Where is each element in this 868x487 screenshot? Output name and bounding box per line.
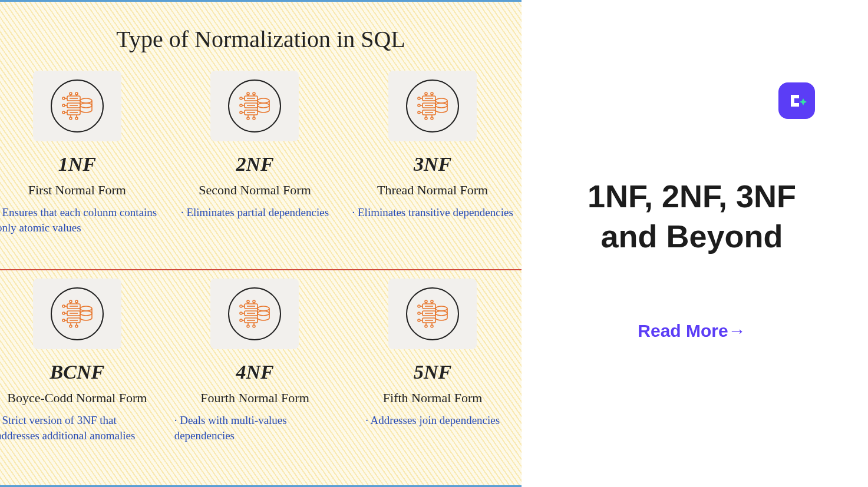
promo-panel: 1NF, 2NF, 3NF and Beyond Read More→ — [522, 0, 868, 487]
svg-point-60 — [431, 92, 433, 95]
svg-point-98 — [240, 312, 242, 314]
db-icon-wrap — [210, 71, 299, 141]
svg-point-122 — [418, 319, 420, 322]
nf-cell-2nf: 2NF Second Normal Form · Eliminates part… — [166, 65, 344, 273]
svg-point-8 — [62, 97, 65, 100]
nf-short-label: 2NF — [236, 153, 273, 175]
nf-long-label: Boyce-Codd Normal Form — [7, 390, 147, 406]
nf-description: · Eliminates partial dependencies — [177, 205, 332, 220]
svg-point-106 — [247, 325, 249, 327]
svg-point-29 — [258, 103, 269, 108]
nf-description: · Eliminates transitive dependencies — [349, 205, 517, 220]
nf-cell-4nf: 4NF Fourth Normal Form · Deals with mult… — [166, 273, 344, 481]
svg-point-116 — [435, 306, 447, 311]
nf-short-label: 4NF — [236, 361, 273, 383]
database-icon — [406, 287, 459, 340]
svg-point-73 — [80, 311, 92, 316]
svg-point-12 — [62, 111, 65, 114]
database-icon — [406, 79, 459, 132]
db-icon-wrap — [388, 279, 477, 349]
nf-long-label: Thread Normal Form — [377, 183, 488, 198]
nf-cell-1nf: 1NF First Normal Form · Ensures that eac… — [0, 65, 166, 273]
svg-point-104 — [253, 300, 255, 303]
svg-point-52 — [418, 97, 420, 100]
nf-cell-3nf: 3NF Thread Normal Form · Eliminates tran… — [344, 65, 522, 273]
nf-short-label: 3NF — [414, 153, 451, 175]
database-icon — [51, 287, 104, 340]
brand-logo-icon — [778, 82, 815, 119]
svg-point-34 — [240, 111, 242, 114]
svg-point-58 — [425, 92, 427, 95]
svg-point-82 — [75, 300, 78, 303]
svg-point-102 — [247, 300, 249, 303]
svg-point-95 — [258, 311, 269, 316]
promo-headline: 1NF, 2NF, 3NF and Beyond — [557, 177, 827, 256]
svg-point-94 — [258, 306, 269, 311]
database-icon — [228, 79, 281, 132]
svg-point-32 — [240, 104, 242, 107]
db-icon-wrap — [388, 71, 477, 141]
svg-point-36 — [247, 92, 249, 95]
nf-long-label: Second Normal Form — [199, 183, 311, 198]
nf-description: · Deals with multi-values dependencies — [171, 413, 339, 443]
svg-point-78 — [62, 319, 65, 322]
nf-long-label: Fourth Normal Form — [200, 390, 309, 406]
read-more-link[interactable]: Read More→ — [557, 321, 827, 341]
svg-point-30 — [240, 97, 242, 100]
svg-point-42 — [253, 117, 255, 120]
svg-point-118 — [418, 305, 420, 307]
svg-point-128 — [425, 325, 427, 327]
svg-point-14 — [70, 92, 72, 95]
database-icon — [51, 79, 104, 132]
db-icon-wrap — [33, 71, 121, 141]
svg-point-100 — [240, 319, 242, 322]
svg-point-50 — [435, 98, 447, 103]
nf-short-label: BCNF — [50, 361, 105, 383]
svg-point-117 — [435, 311, 447, 316]
svg-point-80 — [70, 300, 72, 303]
svg-point-6 — [80, 98, 92, 103]
svg-point-84 — [70, 325, 72, 327]
svg-point-120 — [418, 312, 420, 314]
svg-point-108 — [253, 325, 255, 327]
nf-short-label: 1NF — [58, 153, 96, 175]
svg-point-56 — [418, 111, 420, 114]
svg-point-18 — [70, 117, 72, 120]
diagram-title: Type of Normalization in SQL — [0, 2, 522, 65]
svg-point-64 — [431, 117, 433, 120]
svg-point-130 — [431, 325, 433, 327]
svg-point-86 — [75, 325, 78, 327]
normalization-diagram: Type of Normalization in SQL — [0, 0, 522, 487]
svg-point-126 — [431, 300, 433, 303]
svg-point-124 — [425, 300, 427, 303]
svg-point-72 — [80, 306, 92, 311]
svg-point-74 — [62, 305, 65, 307]
svg-point-54 — [418, 104, 420, 107]
svg-point-51 — [435, 103, 447, 108]
nf-description: · Ensures that each colunm contains only… — [0, 205, 161, 235]
db-icon-wrap — [33, 279, 121, 349]
nf-short-label: 5NF — [414, 361, 451, 383]
svg-point-16 — [75, 92, 78, 95]
svg-point-7 — [80, 103, 92, 108]
database-icon — [228, 287, 281, 340]
db-icon-wrap — [210, 279, 299, 349]
svg-point-20 — [75, 117, 78, 120]
svg-point-96 — [240, 305, 242, 307]
svg-point-62 — [425, 117, 427, 120]
nf-long-label: First Normal Form — [28, 183, 126, 198]
nf-description: · Addresses join dependencies — [362, 413, 503, 428]
nf-cell-bcnf: BCNF Boyce-Codd Normal Form · Strict ver… — [0, 273, 166, 481]
nf-cell-5nf: 5NF Fifth Normal Form · Addresses join d… — [344, 273, 522, 481]
svg-point-28 — [258, 98, 269, 103]
svg-point-38 — [253, 92, 255, 95]
nf-description: · Strict version of 3NF that addresses a… — [0, 413, 161, 443]
svg-point-40 — [247, 117, 249, 120]
normal-forms-grid: 1NF First Normal Form · Ensures that eac… — [0, 65, 522, 481]
nf-long-label: Fifth Normal Form — [383, 390, 483, 406]
row-divider — [0, 269, 522, 270]
svg-point-10 — [62, 104, 65, 107]
svg-point-76 — [62, 312, 65, 314]
